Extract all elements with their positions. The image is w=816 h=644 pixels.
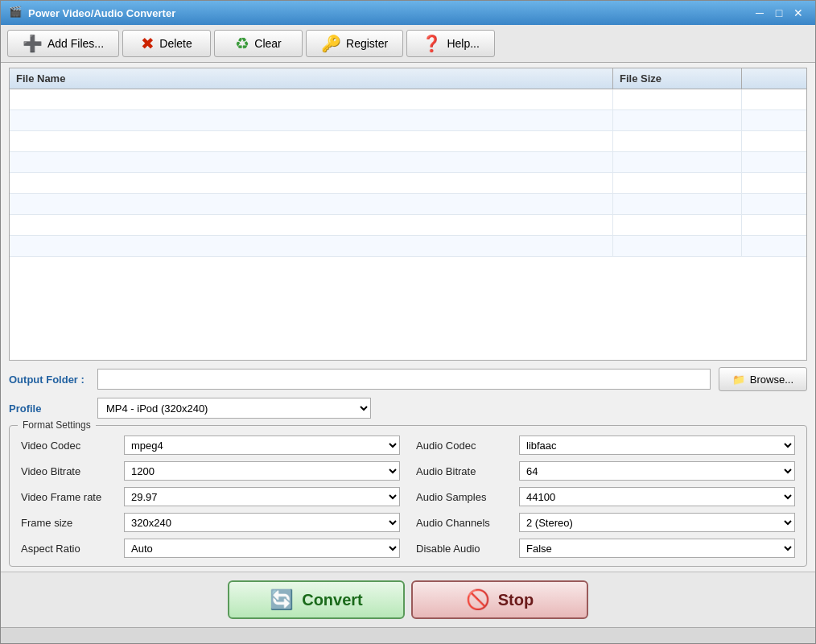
profile-label: Profile: [9, 402, 89, 415]
help-icon: ❓: [422, 35, 442, 52]
stop-button[interactable]: 🚫 Stop: [411, 580, 588, 619]
aspect-ratio-select[interactable]: Auto4:316:916:10: [124, 539, 400, 558]
delete-icon: ✖: [141, 35, 155, 52]
app-icon: 🎬: [9, 6, 23, 20]
table-row: [10, 89, 806, 110]
output-folder-input[interactable]: [97, 369, 711, 390]
stop-icon: 🚫: [466, 588, 490, 611]
frame-size-label: Frame size: [21, 517, 117, 529]
audio-samples-label: Audio Samples: [416, 491, 513, 503]
restore-button[interactable]: □: [770, 6, 788, 20]
audio-bitrate-label: Audio Bitrate: [416, 465, 513, 477]
table-row: [10, 131, 806, 152]
profile-row: Profile MP4 - iPod (320x240)MP4 - iPhone…: [9, 398, 807, 419]
disable-audio-row: Disable Audio FalseTrue: [416, 539, 795, 558]
file-table: File Name File Size: [9, 68, 807, 361]
video-codec-row: Video Codec mpeg4h264xviddivxwmv: [21, 436, 400, 455]
action-bar: 🔄 Convert 🚫 Stop: [1, 572, 815, 627]
aspect-ratio-label: Aspect Ratio: [21, 543, 117, 555]
register-icon: 🔑: [321, 35, 341, 52]
video-framerate-row: Video Frame rate 1523.97242529.973060: [21, 487, 400, 506]
table-row: [10, 194, 806, 215]
clear-label: Clear: [254, 37, 281, 50]
format-settings: Format Settings Video Codec mpeg4h264xvi…: [9, 425, 807, 567]
format-grid: Video Codec mpeg4h264xviddivxwmv Video B…: [21, 436, 795, 558]
table-row: [10, 152, 806, 173]
convert-button[interactable]: 🔄 Convert: [228, 580, 405, 619]
add-icon: ➕: [23, 35, 43, 52]
table-row: [10, 173, 806, 194]
toolbar: ➕ Add Files... ✖ Delete ♻ Clear 🔑 Regist…: [1, 25, 815, 63]
col-extra: [742, 68, 806, 89]
title-bar-left: 🎬 Power Video/Audio Converter: [9, 6, 175, 20]
output-folder-row: Output Folder : 📁 Browse...: [9, 367, 807, 391]
table-row: [10, 110, 806, 131]
browse-icon: 📁: [732, 374, 745, 386]
format-settings-legend: Format Settings: [18, 419, 96, 431]
audio-bitrate-row: Audio Bitrate 326496128192256320: [416, 461, 795, 481]
audio-samples-select[interactable]: 220504410048000: [519, 487, 795, 506]
audio-settings-col: Audio Codec libfaacmp3ac3aacwmav2 Audio …: [416, 436, 795, 558]
video-bitrate-label: Video Bitrate: [21, 465, 117, 477]
browse-label: Browse...: [750, 374, 793, 386]
disable-audio-select[interactable]: FalseTrue: [519, 539, 795, 558]
frame-size-select[interactable]: 176x144320x240480x320640x480720x4801280x…: [124, 513, 400, 532]
frame-size-row: Frame size 176x144320x240480x320640x4807…: [21, 513, 400, 532]
stop-label: Stop: [498, 591, 534, 609]
audio-channels-select[interactable]: 1 (Mono)2 (Stereo)6 (5.1): [519, 513, 795, 532]
video-bitrate-select[interactable]: 4006008001000120015002000: [124, 461, 400, 481]
window-title: Power Video/Audio Converter: [28, 7, 175, 19]
main-content: File Name File Size Output Folder : �: [1, 63, 815, 572]
audio-channels-row: Audio Channels 1 (Mono)2 (Stereo)6 (5.1): [416, 513, 795, 532]
register-button[interactable]: 🔑 Register: [306, 30, 403, 57]
audio-codec-select[interactable]: libfaacmp3ac3aacwmav2: [519, 436, 795, 455]
file-table-body[interactable]: [10, 89, 806, 360]
title-buttons: ─ □ ✕: [751, 6, 807, 20]
clear-button[interactable]: ♻ Clear: [214, 30, 303, 57]
video-codec-label: Video Codec: [21, 440, 117, 452]
audio-bitrate-select[interactable]: 326496128192256320: [519, 461, 795, 481]
table-row: [10, 215, 806, 236]
help-label: Help...: [447, 37, 479, 50]
video-framerate-select[interactable]: 1523.97242529.973060: [124, 487, 400, 506]
audio-codec-row: Audio Codec libfaacmp3ac3aacwmav2: [416, 436, 795, 455]
table-row: [10, 236, 806, 257]
col-filesize: File Size: [613, 68, 742, 89]
video-bitrate-row: Video Bitrate 4006008001000120015002000: [21, 461, 400, 481]
title-bar: 🎬 Power Video/Audio Converter ─ □ ✕: [1, 1, 815, 25]
status-bar: [1, 627, 815, 643]
help-button[interactable]: ❓ Help...: [406, 30, 495, 57]
browse-button[interactable]: 📁 Browse...: [719, 367, 807, 391]
aspect-ratio-row: Aspect Ratio Auto4:316:916:10: [21, 539, 400, 558]
add-files-button[interactable]: ➕ Add Files...: [7, 30, 119, 57]
audio-codec-label: Audio Codec: [416, 440, 513, 452]
main-window: 🎬 Power Video/Audio Converter ─ □ ✕ ➕ Ad…: [0, 0, 816, 644]
video-framerate-label: Video Frame rate: [21, 491, 117, 503]
delete-label: Delete: [159, 37, 192, 50]
clear-icon: ♻: [235, 35, 249, 52]
add-files-label: Add Files...: [47, 37, 104, 50]
audio-samples-row: Audio Samples 220504410048000: [416, 487, 795, 506]
profile-select[interactable]: MP4 - iPod (320x240)MP4 - iPhone (480x32…: [97, 398, 371, 419]
minimize-button[interactable]: ─: [751, 6, 769, 20]
convert-icon: 🔄: [270, 588, 294, 611]
video-codec-select[interactable]: mpeg4h264xviddivxwmv: [124, 436, 400, 455]
file-table-header: File Name File Size: [10, 68, 806, 89]
output-folder-label: Output Folder :: [9, 374, 89, 386]
audio-channels-label: Audio Channels: [416, 517, 513, 529]
disable-audio-label: Disable Audio: [416, 543, 513, 555]
video-settings-col: Video Codec mpeg4h264xviddivxwmv Video B…: [21, 436, 400, 558]
convert-label: Convert: [302, 591, 363, 609]
register-label: Register: [346, 37, 388, 50]
close-button[interactable]: ✕: [789, 6, 807, 20]
delete-button[interactable]: ✖ Delete: [122, 30, 211, 57]
col-filename: File Name: [10, 68, 613, 89]
